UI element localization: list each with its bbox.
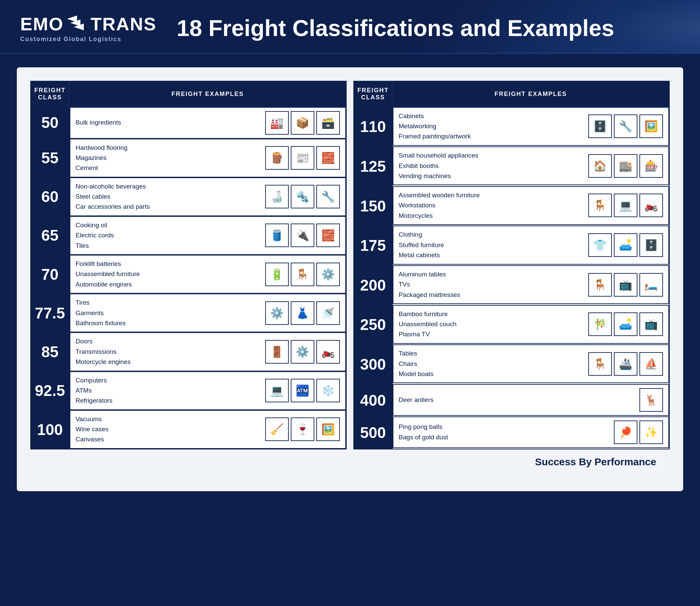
class-cell: 70 xyxy=(31,255,69,294)
logo-arrows-icon xyxy=(67,16,87,32)
icon-box: 🏓 xyxy=(614,420,637,444)
class-cell: 100 xyxy=(31,410,69,449)
class-cell: 200 xyxy=(354,265,392,305)
class-cell: 175 xyxy=(354,226,392,265)
examples-cell: Hardwood flooringMagazinesCement🪵📰🧱 xyxy=(70,139,346,178)
icon-box: 🖼️ xyxy=(639,114,663,138)
table-row: 400Deer antlers🦌 xyxy=(354,384,669,417)
examples-text: ComputersATMsRefrigerators xyxy=(76,375,266,406)
icon-box: 🗄️ xyxy=(639,233,663,257)
examples-icons: 🪵📰🧱 xyxy=(265,146,340,170)
examples-icons: 🔋🪑⚙️ xyxy=(265,263,340,286)
examples-cell: Assembled wooden furnitureWorkstationsMo… xyxy=(393,186,669,225)
table-row: 50Bulk ingredients🏭📦🗃️ xyxy=(31,107,346,139)
icon-box: 🚿 xyxy=(316,301,340,325)
examples-icons: 🪑📺🛏️ xyxy=(588,273,663,297)
examples-text: Aluminum tablesTVsPackaged mattresses xyxy=(399,269,588,300)
examples-text: Bulk ingredients xyxy=(76,117,266,127)
logo-area: EMO TRANS Customized Global Logistics xyxy=(20,14,156,43)
icon-box: 🏍️ xyxy=(639,193,663,217)
icon-box: 🍶 xyxy=(265,185,289,208)
examples-cell: Forklift batteriesUnassembled furnitureA… xyxy=(70,255,346,294)
icon-box: 🏠 xyxy=(588,154,612,178)
examples-text: TablesChairsModel boats xyxy=(399,348,588,379)
class-cell: 85 xyxy=(31,332,69,371)
icon-box: 🪑 xyxy=(588,352,612,376)
examples-cell: Cooking oilElectric cordsTiles🛢️🔌🧱 xyxy=(70,216,346,255)
examples-cell: Ping pong ballsBags of gold dust🏓✨ xyxy=(393,417,669,448)
table-row: 65Cooking oilElectric cordsTiles🛢️🔌🧱 xyxy=(31,216,346,255)
icon-box: 🛢️ xyxy=(265,224,289,247)
header: EMO TRANS Customized Global Logistics 18… xyxy=(0,0,700,54)
table-row: 92.5ComputersATMsRefrigerators💻🏧❄️ xyxy=(31,371,346,410)
examples-cell: Aluminum tablesTVsPackaged mattresses🪑📺🛏… xyxy=(393,265,669,304)
table-row: 100VacuumsWine casesCanvases🧹🍷🖼️ xyxy=(31,410,346,449)
tagline: Success By Performance xyxy=(535,456,656,467)
examples-cell: Bamboo furnitureUnassembled couchPlasma … xyxy=(393,305,669,344)
examples-text: TiresGarmentsBathroom fixtures xyxy=(76,298,266,328)
logo-emo: EMO xyxy=(20,14,64,34)
icon-box: 🪵 xyxy=(265,146,289,170)
table-row: 250Bamboo furnitureUnassembled couchPlas… xyxy=(354,305,669,345)
examples-icons: 🪑💻🏍️ xyxy=(588,193,663,217)
class-cell: 55 xyxy=(31,139,69,178)
icon-box: ❄️ xyxy=(316,379,340,402)
logo-trans: TRANS xyxy=(91,14,156,34)
icon-box: 🗃️ xyxy=(316,111,340,135)
examples-cell: Non-alcoholic beveragesSteel cablesCar a… xyxy=(70,178,346,216)
examples-icons: 🏠🏬🎰 xyxy=(588,154,663,178)
examples-cell: ComputersATMsRefrigerators💻🏧❄️ xyxy=(70,371,346,410)
icon-box: 🔌 xyxy=(291,224,314,247)
icon-box: ⚙️ xyxy=(265,301,289,325)
examples-cell: DoorsTransmissionsMotorcycle engines🚪⚙️🏍… xyxy=(70,332,346,371)
icon-box: 🚢 xyxy=(614,352,637,376)
icon-box: 🔩 xyxy=(291,185,314,208)
examples-cell: TiresGarmentsBathroom fixtures⚙️👗🚿 xyxy=(70,294,346,332)
examples-text: Assembled wooden furnitureWorkstationsMo… xyxy=(399,190,588,221)
examples-icons: 🏭📦🗃️ xyxy=(265,111,340,135)
examples-icons: ⚙️👗🚿 xyxy=(265,301,340,325)
table-row: 70Forklift batteriesUnassembled furnitur… xyxy=(31,255,346,294)
icon-box: 🧱 xyxy=(316,224,340,247)
examples-icons: 🚪⚙️🏍️ xyxy=(265,340,340,364)
examples-icons: 🧹🍷🖼️ xyxy=(265,417,340,441)
icon-box: ⚙️ xyxy=(291,340,314,364)
examples-text: VacuumsWine casesCanvases xyxy=(76,414,266,445)
table-row: 77.5TiresGarmentsBathroom fixtures⚙️👗🚿 xyxy=(31,294,346,332)
class-cell: 300 xyxy=(354,344,392,384)
icon-box: 🛋️ xyxy=(614,312,637,336)
icon-box: 💻 xyxy=(265,379,289,402)
table-row: 60Non-alcoholic beveragesSteel cablesCar… xyxy=(31,178,346,216)
icon-box: 🪑 xyxy=(291,263,314,286)
examples-text: Cooking oilElectric cordsTiles xyxy=(76,220,266,251)
examples-cell: Bulk ingredients🏭📦🗃️ xyxy=(70,107,346,139)
class-cell: 500 xyxy=(354,417,392,449)
icon-box: 📦 xyxy=(291,111,314,135)
icon-box: ✨ xyxy=(639,420,663,444)
table-row: 500Ping pong ballsBags of gold dust🏓✨ xyxy=(354,417,669,449)
left-freight-table: FREIGHT CLASS FREIGHT EXAMPLES 50Bulk in… xyxy=(30,81,347,449)
icon-box: 🚪 xyxy=(265,340,289,364)
icon-box: 👗 xyxy=(291,301,314,325)
logo-sub: Customized Global Logistics xyxy=(20,36,121,43)
icon-box: ⚙️ xyxy=(316,263,340,286)
table-row: 200Aluminum tablesTVsPackaged mattresses… xyxy=(354,265,669,305)
class-cell: 77.5 xyxy=(31,294,69,332)
examples-icons: 🦌 xyxy=(639,388,663,412)
table-row: 110CabinetsMetalworkingFramed paintings/… xyxy=(354,107,669,146)
icon-box: 🪑 xyxy=(588,193,612,217)
class-cell: 150 xyxy=(354,186,392,226)
right-examples-header: FREIGHT EXAMPLES xyxy=(392,81,670,107)
icon-box: 📺 xyxy=(614,273,637,297)
footer: Success By Performance xyxy=(17,449,683,478)
icon-box: 🗄️ xyxy=(588,114,612,138)
examples-text: Deer antlers xyxy=(399,395,640,405)
class-cell: 125 xyxy=(354,146,392,186)
icon-box: 💻 xyxy=(614,193,637,217)
examples-icons: 🎋🛋️📺 xyxy=(588,312,663,336)
icon-box: 🦌 xyxy=(639,388,663,412)
icon-box: 🏧 xyxy=(291,379,314,402)
icon-box: 🧹 xyxy=(265,417,289,441)
icon-box: 🏬 xyxy=(614,154,637,178)
examples-text: Forklift batteriesUnassembled furnitureA… xyxy=(76,259,266,289)
